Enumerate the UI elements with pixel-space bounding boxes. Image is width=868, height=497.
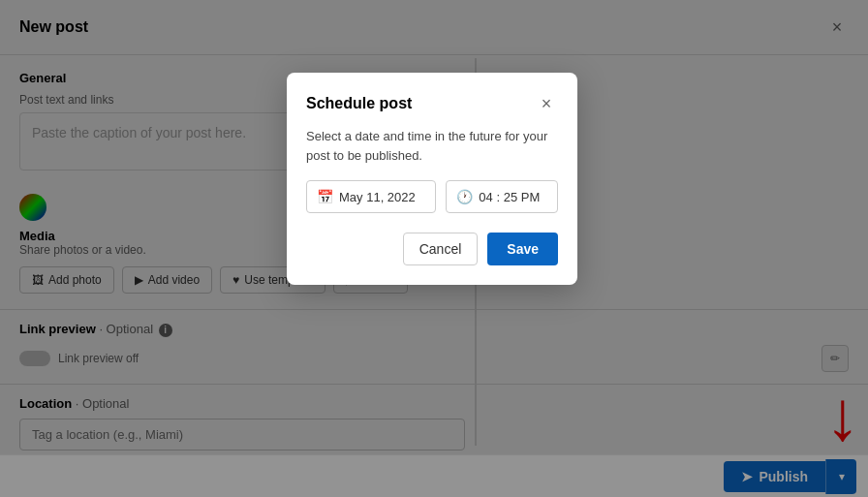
modal-description: Select a date and time in the future for… <box>306 127 558 165</box>
schedule-post-modal: Schedule post × Select a date and time i… <box>287 73 577 285</box>
date-picker[interactable]: 📅 May 11, 2022 <box>306 180 436 213</box>
cancel-button[interactable]: Cancel <box>403 233 479 265</box>
modal-title: Schedule post <box>306 95 412 112</box>
calendar-icon: 📅 <box>317 189 333 204</box>
close-icon: × <box>542 94 552 114</box>
modal-close-button[interactable]: × <box>535 92 558 115</box>
date-value: May 11, 2022 <box>339 190 416 204</box>
save-button[interactable]: Save <box>487 233 558 265</box>
time-picker[interactable]: 🕐 04 : 25 PM <box>446 180 558 213</box>
time-value: 04 : 25 PM <box>479 190 540 204</box>
clock-icon: 🕐 <box>456 189 473 204</box>
